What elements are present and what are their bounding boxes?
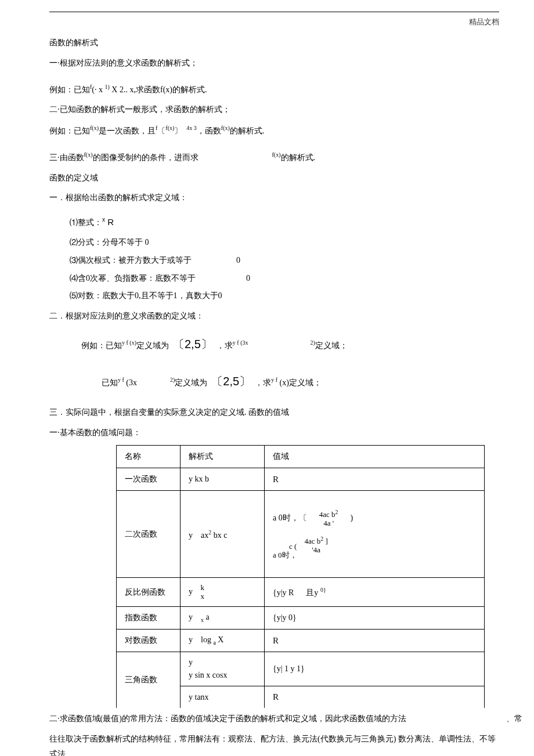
cell: y kx b xyxy=(181,468,265,491)
table-row: 三角函数 y y sin x cosx {y| 1 y 1} xyxy=(117,652,485,686)
cell: y tanx xyxy=(181,686,265,708)
text: f(x)的解析式. xyxy=(272,153,316,162)
text: y xyxy=(189,658,256,667)
cell: y log a X xyxy=(181,630,265,652)
th-range: 值域 xyxy=(265,446,485,468)
text: ) xyxy=(351,513,353,523)
val: R xyxy=(273,475,279,484)
den: 4a ' xyxy=(317,519,340,527)
header-rule xyxy=(49,12,499,12)
quad-case1: a 0时，〔 4ac b2 4a ' ) xyxy=(273,509,476,527)
sec1-ex1: 例如：已知f(· x 1) X 2.. x,求函数f(x)的解析式. xyxy=(49,81,499,97)
th-expr: 解析式 xyxy=(181,446,265,468)
text: y xyxy=(189,588,193,596)
sec2-ex3: 例如：已知y f (x)定义域为 〔2,5〕 ，求y f (3x 2)定义域； xyxy=(49,333,499,355)
interval: 〔2,5〕 xyxy=(211,375,251,388)
sec3-p1: 二·求函数值域(最值)的常用方法：函数的值域决定于函数的解析式和定义域，因此求函… xyxy=(49,711,499,727)
text: y sin x cosx xyxy=(189,671,256,680)
sec2-p1: 一．根据给出函数的解析式求定义域： xyxy=(49,190,499,206)
cell: {y|y R 且y 0} xyxy=(265,578,485,607)
num: 4ac b2 ] xyxy=(303,536,330,546)
text: a 0时，〔 xyxy=(273,513,307,523)
sec2-title: 函数的定义域 xyxy=(49,171,499,186)
sec2-ex4: 已知y f (3x 2)定义域为 〔2,5〕 ，求y f (x)定义域； xyxy=(49,370,499,392)
cell: y ax2 bx c xyxy=(181,491,265,578)
text: ，求y f (3x xyxy=(214,341,248,350)
text: ，求y f (x)定义域； xyxy=(253,378,322,387)
sec2-p3: 三．实际问题中，根据自变量的实际意义决定的定义域. 函数的值域 xyxy=(49,405,499,421)
cell: R xyxy=(265,630,485,652)
expr: f(· x 1) X 2.. x xyxy=(90,85,134,94)
header-label: 精品文档 xyxy=(49,17,499,27)
text: 例如：已知y f (x)定义域为 xyxy=(81,341,171,350)
num: 4ac b2 xyxy=(317,509,340,519)
cell: R xyxy=(265,686,485,708)
interval: 〔2,5〕 xyxy=(173,338,212,350)
stack: c ( a 0时， xyxy=(273,542,297,560)
text: ,求函数f(x)的解析式. xyxy=(134,85,207,94)
sec2-i5: ⑸对数：底数大于0,且不等于1，真数大于0 xyxy=(49,288,499,304)
text: 二·求函数值域(最值)的常用方法：函数的值域决定于函数的解析式和定义域，因此求函… xyxy=(49,714,406,723)
val: 0 xyxy=(236,256,240,265)
table-row: 反比例函数 y k x {y|y R 且y 0} xyxy=(117,578,485,607)
sec2-i2: ⑵分式：分母不等于 0 xyxy=(49,235,499,251)
text: 例如：已知 xyxy=(49,85,90,94)
cell: 三角函数 xyxy=(117,652,181,708)
sec2-i1: ⑴整式：x R xyxy=(49,214,499,231)
table-row: 二次函数 y ax2 bx c a 0时，〔 4ac b2 4a ' ) c (… xyxy=(117,491,485,578)
sec1-p3: 三·由函数f(x)的图像受制约的条件，进而求 f(x)的解析式. xyxy=(49,149,499,165)
table-row: 对数函数 y log a X R xyxy=(117,630,485,652)
table-row: 名称 解析式 值域 xyxy=(117,446,485,468)
val: R xyxy=(273,692,279,701)
sec1-ex2: 例如：已知f(x)是一次函数，且f〔f(x)〕 4x 3，函数f(x)的解析式. xyxy=(49,122,499,139)
expr: f〔f(x)〕 4x 3 xyxy=(156,126,197,135)
sec2-i3: ⑶偶次根式：被开方数大于或等于 0 xyxy=(49,253,499,269)
text: ，函数f(x)的解析式. xyxy=(197,126,265,135)
text: ⑷含0次幂、负指数幂：底数不等于 xyxy=(70,274,196,283)
text: 2)定义域为 xyxy=(170,378,210,387)
sec1-p1: 一·根据对应法则的意义求函数的解析式； xyxy=(49,56,499,71)
quad-case2: c ( a 0时， 4ac b2 ] '4a xyxy=(273,536,476,560)
cell: 二次函数 xyxy=(117,491,181,578)
sec2-i4: ⑷含0次幂、负指数幂：底数不等于 0 xyxy=(49,271,499,287)
cell: y x a xyxy=(181,607,265,630)
cell: {y|y 0} xyxy=(265,607,485,630)
sec2-p2: 二．根据对应法则的意义求函数的定义域： xyxy=(49,309,499,324)
text: c ( xyxy=(273,542,297,551)
sec2-p4: 一·基本函数的值域问题： xyxy=(49,425,499,441)
den: x xyxy=(199,592,207,601)
sec1-title: 函数的解析式 xyxy=(49,35,499,51)
fraction: 4ac b2 ] '4a xyxy=(303,536,330,554)
fraction: k x xyxy=(199,584,207,601)
den: '4a xyxy=(303,546,330,554)
document-page: 精品文档 函数的解析式 一·根据对应法则的意义求函数的解析式； 例如：已知f(·… xyxy=(0,0,534,756)
text: ⑶偶次根式：被开方数大于或等于 xyxy=(70,256,192,265)
val: 0 xyxy=(246,274,250,283)
cell: y k x xyxy=(181,578,265,607)
val: R xyxy=(273,636,279,645)
cell: 反比例函数 xyxy=(117,578,181,607)
cell: a 0时，〔 4ac b2 4a ' ) c ( a 0时， 4ac b2 ] xyxy=(265,491,485,578)
range-table: 名称 解析式 值域 一次函数 y kx b R 二次函数 y ax2 bx c … xyxy=(116,445,485,708)
th-name: 名称 xyxy=(117,446,181,468)
num: k xyxy=(199,584,207,592)
cell: {y| 1 y 1} xyxy=(265,652,485,686)
cell: 一次函数 xyxy=(117,468,181,491)
text: ⑴整式： xyxy=(70,218,102,227)
text: 例如：已知f(x)是一次函数，且 xyxy=(49,126,156,135)
table-row: 指数函数 y x a {y|y 0} xyxy=(117,607,485,630)
text: 2)定义域； xyxy=(310,341,347,350)
cell: 指数函数 xyxy=(117,607,181,630)
text: a 0时， xyxy=(273,551,297,560)
fraction: 4ac b2 4a ' xyxy=(317,509,340,527)
text: 已知y f (3x xyxy=(102,378,137,387)
sec1-p2: 二·已知函数的解析式一般形式，求函数的解析式； xyxy=(49,102,499,118)
expr: x R xyxy=(102,217,114,227)
cell: 对数函数 xyxy=(117,630,181,652)
cell: y y sin x cosx xyxy=(181,652,265,686)
cell: R xyxy=(265,468,485,491)
sec3-p2: 往往取决于函数解析式的结构特征，常用解法有：观察法、配方法、换元法(代数换元与三… xyxy=(49,732,499,756)
text: 、常 xyxy=(506,711,522,727)
text: 三·由函数f(x)的图像受制约的条件，进而求 xyxy=(49,153,199,162)
table-row: 一次函数 y kx b R xyxy=(117,468,485,491)
